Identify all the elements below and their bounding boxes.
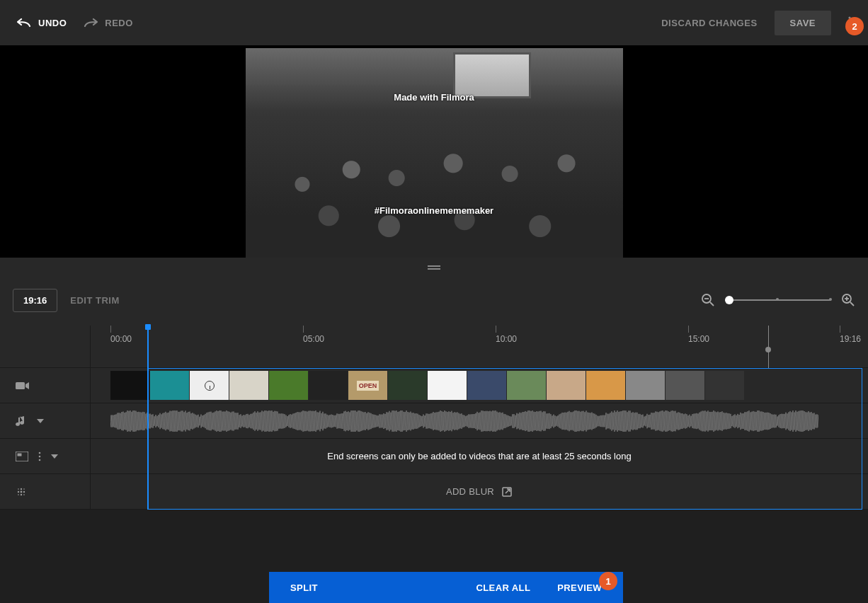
- watermark-top: Made with Filmora: [394, 92, 474, 103]
- endscreen-message: End screens can only be added to videos …: [91, 439, 868, 473]
- svg-rect-12: [18, 453, 22, 456]
- selection-start-handle[interactable]: [147, 326, 149, 510]
- save-button[interactable]: SAVE: [775, 11, 831, 35]
- zoom-in-icon[interactable]: [841, 293, 855, 307]
- svg-point-20: [21, 493, 22, 495]
- video-thumbnail[interactable]: [666, 371, 704, 400]
- svg-point-13: [39, 452, 41, 454]
- video-thumbnail[interactable]: [547, 371, 586, 400]
- svg-point-18: [23, 490, 25, 492]
- discard-changes-button[interactable]: DISCARD CHANGES: [661, 18, 757, 28]
- annotation-badge-2: 2: [845, 17, 864, 35]
- panel-resize-row: [0, 258, 868, 275]
- edit-trim-button[interactable]: EDIT TRIM: [70, 295, 120, 306]
- clear-all-button[interactable]: CLEAR ALL: [476, 582, 530, 593]
- video-thumbnail[interactable]: [467, 371, 506, 400]
- video-thumbnail[interactable]: [309, 371, 348, 400]
- preview-button[interactable]: PREVIEW: [557, 582, 602, 593]
- video-thumbnail[interactable]: [428, 371, 467, 400]
- audio-track: [0, 403, 868, 439]
- ruler-tick: 19:16: [840, 334, 861, 344]
- blur-track-icon: [16, 486, 27, 498]
- blur-track: ADD BLUR: [0, 474, 868, 510]
- ruler-tick: 00:00: [110, 334, 132, 344]
- redo-button[interactable]: REDO: [84, 18, 133, 28]
- svg-point-21: [18, 488, 19, 490]
- split-button[interactable]: SPLIT: [290, 582, 318, 593]
- ruler-tick: 15:00: [688, 334, 709, 344]
- undo-button[interactable]: UNDO: [17, 18, 67, 28]
- undo-icon: [17, 18, 31, 28]
- timeline-ruler[interactable]: 00:00 05:00 10:00 15:00 19:16: [0, 326, 868, 368]
- zoom-out-icon[interactable]: [701, 293, 715, 307]
- timeline-controls: 19:16 EDIT TRIM: [0, 275, 868, 326]
- add-blur-button[interactable]: ADD BLUR: [91, 474, 868, 509]
- current-time[interactable]: 19:16: [13, 289, 57, 312]
- video-thumbnail[interactable]: [269, 371, 308, 400]
- svg-point-16: [21, 490, 23, 493]
- svg-rect-11: [16, 452, 28, 461]
- playhead-handle[interactable]: [765, 347, 771, 352]
- audio-track-icon: [16, 415, 27, 427]
- more-vert-icon[interactable]: [38, 452, 41, 461]
- zoom-slider[interactable]: [725, 299, 831, 301]
- ruler-tick: 10:00: [496, 334, 517, 344]
- svg-point-17: [18, 490, 19, 492]
- discard-label: DISCARD CHANGES: [661, 18, 757, 28]
- svg-point-14: [39, 455, 41, 457]
- video-preview-stage: Made with Filmora #Filmoraonlinemememake…: [0, 45, 868, 258]
- svg-point-15: [39, 459, 41, 461]
- video-thumbnail[interactable]: [229, 371, 268, 400]
- video-thumbnail[interactable]: [110, 371, 149, 400]
- svg-point-23: [18, 494, 19, 495]
- video-thumbnail[interactable]: [626, 371, 665, 400]
- timeline: 00:00 05:00 10:00 15:00 19:16 OPEN: [0, 326, 868, 510]
- video-track-icon: [16, 381, 30, 391]
- chevron-down-icon[interactable]: [51, 454, 58, 459]
- svg-point-22: [23, 488, 25, 490]
- video-thumbnail[interactable]: [586, 371, 625, 400]
- annotation-badge-1: 1: [599, 572, 617, 590]
- video-thumbnail[interactable]: [388, 371, 427, 400]
- svg-rect-10: [16, 382, 25, 389]
- save-label: SAVE: [790, 18, 816, 28]
- redo-label: REDO: [105, 18, 133, 28]
- video-thumbnail[interactable]: [507, 371, 546, 400]
- redo-icon: [84, 18, 98, 28]
- video-frame[interactable]: Made with Filmora #Filmoraonlinemememake…: [246, 48, 623, 258]
- watermark-bottom: #Filmoraonlinemememaker: [375, 205, 493, 216]
- video-thumbnail[interactable]: [705, 371, 744, 400]
- endscreen-track: End screens can only be added to videos …: [0, 439, 868, 474]
- endscreen-track-icon: [16, 452, 28, 461]
- ruler-tick: 05:00: [303, 334, 324, 344]
- video-thumbnail[interactable]: OPEN: [348, 371, 387, 400]
- svg-line-4: [710, 302, 714, 306]
- topbar: UNDO REDO DISCARD CHANGES SAVE: [0, 0, 868, 45]
- bottom-action-bar: SPLIT CLEAR ALL PREVIEW: [269, 572, 623, 603]
- undo-label: UNDO: [38, 18, 67, 28]
- video-thumbnail[interactable]: [190, 371, 229, 400]
- video-thumbnail[interactable]: [150, 371, 189, 400]
- waveform: [110, 410, 818, 432]
- chevron-down-icon[interactable]: [37, 419, 44, 423]
- svg-point-24: [23, 494, 25, 495]
- drag-handle-icon[interactable]: [428, 265, 440, 267]
- video-track: OPEN: [0, 368, 868, 403]
- svg-line-7: [850, 302, 854, 306]
- svg-point-19: [21, 488, 22, 489]
- open-external-icon: [501, 486, 513, 498]
